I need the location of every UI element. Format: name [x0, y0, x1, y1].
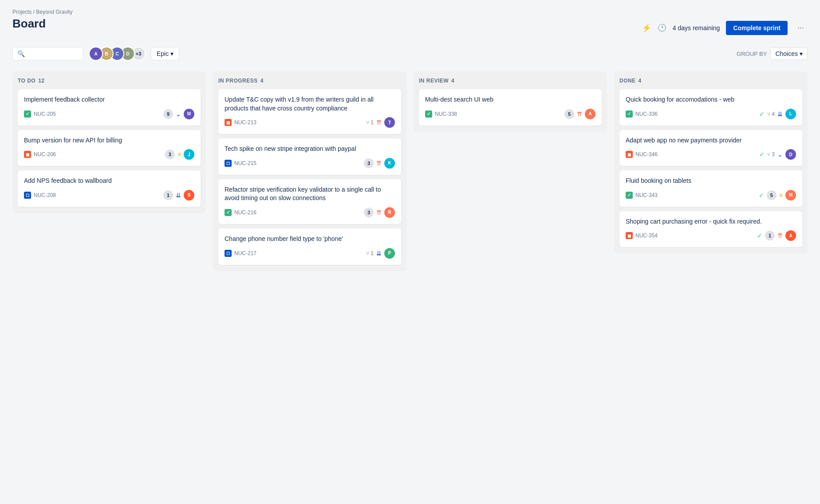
card-title-NUC-215: Tech spike on new stripe integration wit…	[225, 145, 395, 154]
priority-medium-icon: ≡	[177, 151, 181, 158]
card-NUC-336[interactable]: Quick booking for accomodations - web ✓ …	[619, 89, 802, 126]
points-NUC-205: 9	[163, 109, 173, 119]
issue-id-NUC-215: NUC-215	[234, 160, 256, 166]
column-count-done: 4	[639, 78, 642, 84]
priority-vlow-icon: ⇊	[376, 250, 382, 257]
card-meta-left-NUC-338: ✓ NUC-338	[425, 110, 457, 118]
card-NUC-206[interactable]: Bump version for new API for billing ◼ N…	[18, 130, 201, 166]
task-icon: ◻	[24, 192, 31, 199]
page-title: Board	[12, 17, 46, 31]
header-actions: ⚡ 🕐 4 days remaining Complete sprint ···	[642, 21, 808, 35]
days-remaining: 4 days remaining	[673, 24, 720, 32]
card-meta-left-NUC-206: ◼ NUC-206	[24, 151, 56, 158]
epic-dropdown[interactable]: Epic ▾	[151, 47, 179, 60]
card-meta-right-NUC-217: ⑂ 1⇊P	[366, 248, 395, 259]
priority-high-icon: ⇈	[376, 160, 382, 167]
priority-medium-icon: ≡	[779, 192, 783, 199]
column-title-done: DONE	[619, 78, 636, 84]
priority-high-icon: ⇈	[777, 232, 783, 239]
column-header-inreview: IN REVIEW 4	[419, 78, 602, 84]
card-avatar-NUC-343: M	[785, 190, 796, 201]
priority-high-icon: ⇈	[376, 209, 382, 216]
card-meta-NUC-216: ✓ NUC-216 3⇈R	[225, 207, 395, 218]
more-button[interactable]: ···	[794, 21, 808, 34]
column-inreview: IN REVIEW 4 Multi-dest search UI web ✓ N…	[414, 71, 607, 132]
card-avatar-NUC-354: A	[785, 230, 796, 241]
avatar-1[interactable]: A	[89, 47, 103, 61]
card-avatar-NUC-217: P	[384, 248, 395, 259]
breadcrumb: Projects / Beyond Gravity	[12, 9, 808, 15]
priority-vlow-icon: ⇊	[777, 110, 783, 118]
check-icon-NUC-343: ✓	[759, 192, 764, 199]
card-meta-NUC-346: ◼ NUC-346 ✓⑂ 3⌄D	[626, 149, 796, 160]
card-title-NUC-213: Update T&C copy with v1.9 from the write…	[225, 95, 395, 113]
card-meta-left-NUC-215: ◻ NUC-215	[225, 160, 256, 167]
group-by-area: GROUP BY Choices ▾	[737, 47, 808, 60]
card-meta-NUC-213: ◼ NUC-213 ⑂ 1⇈T	[225, 117, 395, 128]
card-title-NUC-338: Multi-dest search UI web	[425, 95, 595, 104]
points-NUC-354: 1	[765, 231, 775, 240]
card-meta-left-NUC-213: ◼ NUC-213	[225, 119, 256, 126]
card-NUC-338[interactable]: Multi-dest search UI web ✓ NUC-338 5⇈A	[419, 89, 602, 126]
card-NUC-205[interactable]: Implement feedback collector ✓ NUC-205 9…	[18, 89, 201, 126]
card-title-NUC-205: Implement feedback collector	[24, 95, 194, 104]
card-meta-left-NUC-343: ✓ NUC-343	[626, 192, 658, 199]
card-NUC-216[interactable]: Refactor stripe verification key validat…	[218, 179, 401, 224]
issue-id-NUC-205: NUC-205	[34, 111, 56, 117]
group-by-label: GROUP BY	[737, 51, 767, 57]
search-box[interactable]: 🔍	[12, 47, 83, 60]
card-meta-NUC-205: ✓ NUC-205 9⌄M	[24, 109, 194, 119]
card-title-NUC-336: Quick booking for accomodations - web	[626, 95, 796, 104]
card-NUC-215[interactable]: Tech spike on new stripe integration wit…	[218, 138, 401, 175]
issue-id-NUC-354: NUC-354	[635, 232, 658, 239]
card-NUC-208[interactable]: Add NPS feedback to wallboard ◻ NUC-208 …	[18, 170, 201, 207]
column-todo: TO DO 12 Implement feedback collector ✓ …	[12, 71, 206, 213]
task-icon: ◻	[225, 250, 232, 257]
points-NUC-206: 3	[165, 150, 175, 159]
card-title-NUC-206: Bump version for new API for billing	[24, 136, 194, 145]
card-meta-right-NUC-215: 3⇈K	[364, 158, 395, 169]
card-NUC-213[interactable]: Update T&C copy with v1.9 from the write…	[218, 89, 401, 134]
search-input[interactable]	[28, 51, 79, 57]
issue-id-NUC-217: NUC-217	[234, 250, 256, 256]
card-meta-left-NUC-354: ◼ NUC-354	[626, 232, 658, 239]
check-icon-NUC-354: ✓	[757, 232, 762, 239]
card-avatar-NUC-216: R	[384, 207, 395, 218]
card-avatar-NUC-206: J	[184, 149, 194, 160]
pr-icon-NUC-346: ⑂ 3	[767, 151, 775, 158]
priority-low-icon: ⌄	[176, 110, 181, 118]
pr-count-NUC-213: 1	[371, 119, 374, 126]
card-meta-right-NUC-213: ⑂ 1⇈T	[366, 117, 395, 128]
card-meta-NUC-338: ✓ NUC-338 5⇈A	[425, 109, 595, 119]
column-inprogress: IN PROGRESS 4 Update T&C copy with v1.9 …	[213, 71, 406, 271]
issue-id-NUC-216: NUC-216	[234, 209, 256, 216]
lightning-icon: ⚡	[642, 23, 651, 33]
board-columns: TO DO 12 Implement feedback collector ✓ …	[12, 71, 808, 271]
choices-dropdown[interactable]: Choices ▾	[770, 47, 808, 60]
pr-count-NUC-346: 3	[772, 151, 775, 158]
card-meta-left-NUC-336: ✓ NUC-336	[626, 110, 658, 118]
card-NUC-343[interactable]: Fluid booking on tablets ✓ NUC-343 ✓5≡M	[619, 170, 802, 207]
complete-sprint-button[interactable]: Complete sprint	[726, 21, 788, 35]
card-meta-right-NUC-354: ✓1⇈A	[757, 230, 796, 241]
card-meta-NUC-336: ✓ NUC-336 ✓⑂ 4⇊L	[626, 109, 796, 119]
issue-id-NUC-343: NUC-343	[635, 192, 658, 198]
check-icon-NUC-336: ✓	[759, 110, 765, 118]
bug-icon: ◼	[24, 151, 31, 158]
card-NUC-354[interactable]: Shoping cart purchasing error - quick fi…	[619, 211, 802, 248]
pr-count-NUC-217: 1	[371, 250, 374, 256]
filter-left: 🔍 A B C D +3 Epic ▾	[12, 47, 179, 61]
column-count-inprogress: 4	[260, 78, 264, 84]
card-meta-right-NUC-205: 9⌄M	[163, 109, 194, 119]
clock-icon: 🕐	[658, 24, 666, 32]
card-meta-left-NUC-205: ✓ NUC-205	[24, 110, 56, 118]
card-NUC-217[interactable]: Change phone number field type to 'phone…	[218, 228, 401, 265]
card-NUC-346[interactable]: Adapt web app no new payments provider ◼…	[619, 130, 802, 166]
card-title-NUC-354: Shoping cart purchasing error - quick fi…	[626, 217, 796, 226]
choices-label: Choices	[775, 50, 798, 57]
bug-icon: ◼	[626, 232, 633, 239]
column-title-inreview: IN REVIEW	[419, 78, 449, 84]
card-meta-right-NUC-216: 3⇈R	[364, 207, 395, 218]
card-meta-NUC-215: ◻ NUC-215 3⇈K	[225, 158, 395, 169]
card-meta-left-NUC-217: ◻ NUC-217	[225, 250, 256, 257]
